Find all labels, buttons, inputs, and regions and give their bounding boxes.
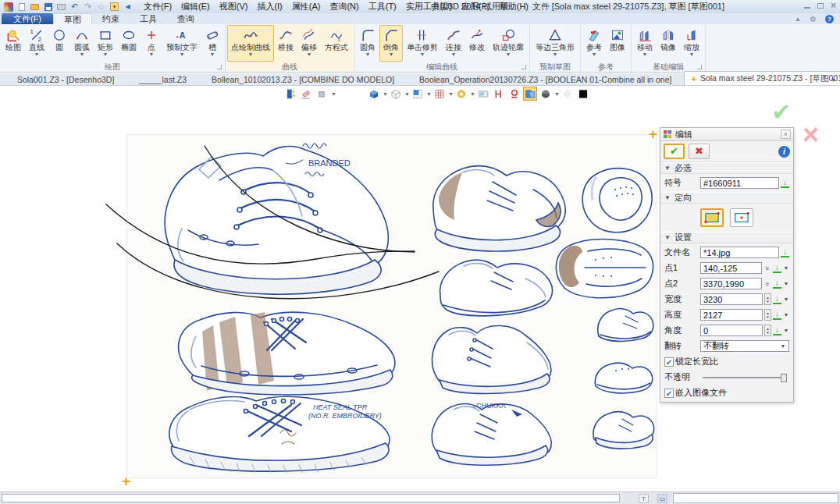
- section-orientation[interactable]: ▼ 定向: [660, 192, 793, 204]
- line-dropdown-caret-icon[interactable]: ▼: [34, 51, 40, 58]
- document-tab[interactable]: _____last.Z3: [126, 73, 199, 85]
- angle-input[interactable]: [700, 325, 763, 336]
- fillet-button[interactable]: 圆角▼: [356, 25, 379, 62]
- expand-chevron-icon[interactable]: »: [763, 280, 771, 288]
- height-input[interactable]: [700, 309, 763, 321]
- cancel-button[interactable]: ✖: [689, 144, 710, 159]
- dropdown-caret-icon[interactable]: ▼: [783, 328, 789, 333]
- ribbon-tab-工具[interactable]: 工具: [130, 13, 167, 24]
- lights-icon[interactable]: [561, 87, 575, 101]
- menu-item-工具T[interactable]: 工具(T): [364, 0, 401, 13]
- draw-button[interactable]: 绘图: [2, 25, 25, 62]
- rectangle-button[interactable]: 矩形▼: [94, 25, 117, 62]
- width-input[interactable]: [700, 293, 763, 305]
- dropdown-caret-icon[interactable]: ▼: [783, 281, 789, 286]
- offset-dropdown-caret-icon[interactable]: ▼: [307, 51, 312, 58]
- offset-button[interactable]: 偏移▼: [297, 25, 321, 62]
- point2-input[interactable]: [700, 278, 762, 289]
- ribbon-tab-查询[interactable]: 查询: [167, 13, 205, 24]
- minimize-icon[interactable]: [804, 2, 810, 9]
- menu-item-查询N[interactable]: 查询(N): [325, 0, 363, 13]
- document-tab[interactable]: Boolean_Operation20130726.Z3 - [BOOLEAN …: [407, 73, 684, 85]
- help-icon[interactable]: ?: [825, 15, 834, 23]
- pick-from-screen-icon[interactable]: ↓: [773, 263, 781, 273]
- lock-aspect-checkbox[interactable]: ✔: [664, 357, 674, 367]
- document-tab[interactable]: Sola001.Z3 - [Desenho3D]: [5, 73, 126, 85]
- connect-dropdown-caret-icon[interactable]: ▼: [451, 51, 457, 58]
- ribbon-tab-约束[interactable]: 约束: [92, 13, 130, 24]
- menu-item-编辑E[interactable]: 编辑(E): [176, 0, 215, 13]
- document-tab-active[interactable]: +Sola max steel 29-21075.Z3 - [草图001]×: [684, 71, 840, 85]
- reference-button[interactable]: 参考▼: [582, 25, 606, 62]
- regen-icon[interactable]: ◌: [96, 2, 106, 12]
- options-gear-icon[interactable]: ⚙: [810, 15, 817, 23]
- ready-text-dropdown-caret-icon[interactable]: ▼: [180, 51, 185, 58]
- ribbon-tab-草图[interactable]: 草图: [53, 13, 92, 24]
- track-profile-button[interactable]: 轨迹轮廓▼: [489, 25, 528, 62]
- edit-panel-close-icon[interactable]: ×: [781, 130, 791, 139]
- menu-item-插入I[interactable]: 插入(I): [252, 0, 287, 13]
- filename-input[interactable]: [700, 247, 779, 258]
- equation-button[interactable]: x方程式: [321, 25, 352, 62]
- dialog-launcher-icon[interactable]: [521, 65, 526, 69]
- menu-item-视图V[interactable]: 视图(V): [215, 0, 253, 13]
- ref-plane-h-icon[interactable]: [492, 87, 506, 101]
- ready-text-button[interactable]: A预制文字▼: [162, 25, 201, 62]
- embed-checkbox[interactable]: ✔: [664, 389, 674, 398]
- ellipse-button[interactable]: 椭圆: [117, 25, 141, 62]
- fillet-dropdown-caret-icon[interactable]: ▼: [365, 51, 371, 58]
- arc-dropdown-caret-icon[interactable]: ▼: [80, 51, 85, 58]
- menu-item-文件F[interactable]: 文件(F): [139, 0, 176, 13]
- mirror-button[interactable]: 镜像: [657, 25, 680, 62]
- viewport-icon[interactable]: [411, 87, 425, 101]
- ref-plane-o-icon[interactable]: [507, 87, 521, 101]
- shaded-display-icon-dropdown-caret[interactable]: ▼: [383, 91, 387, 97]
- circle-button[interactable]: 圆: [48, 25, 70, 62]
- click-trim-button[interactable]: 单击修剪▼: [403, 25, 442, 62]
- slot-dropdown-caret-icon[interactable]: ▼: [210, 51, 215, 58]
- pick-from-screen-icon[interactable]: ↓: [781, 178, 789, 188]
- cancel-overlay-icon[interactable]: ×: [803, 119, 819, 151]
- move-button[interactable]: 移动▼: [633, 25, 657, 62]
- rotate-view-icon[interactable]: [454, 87, 468, 101]
- point-curve-dropdown-caret-icon[interactable]: ▼: [248, 51, 254, 58]
- wireframe-display-icon-dropdown-caret[interactable]: ▼: [404, 91, 409, 97]
- prompt-input[interactable]: [2, 494, 620, 502]
- line-button[interactable]: 12直线▼: [25, 25, 48, 62]
- arc-button[interactable]: 圆弧▼: [70, 25, 94, 62]
- section-required[interactable]: ▼ 必选: [660, 162, 793, 174]
- eraser-icon[interactable]: [300, 87, 314, 101]
- pick-from-screen-icon[interactable]: ↓: [773, 325, 781, 335]
- qat-dropdown-icon[interactable]: ▾: [109, 2, 119, 12]
- close-icon[interactable]: ×: [831, 2, 836, 9]
- viewport-icon-dropdown-caret[interactable]: ▼: [426, 91, 431, 97]
- pick-from-screen-icon[interactable]: ↓: [773, 279, 781, 289]
- connect-button[interactable]: 连接▼: [442, 25, 465, 62]
- section-settings[interactable]: ▼ 设置: [660, 232, 793, 243]
- shaded-display-icon[interactable]: [367, 87, 381, 101]
- chamfer-button[interactable]: 倒角▼: [379, 25, 403, 62]
- pick-from-screen-icon[interactable]: ↓: [773, 294, 781, 304]
- back-icon[interactable]: ◀: [123, 2, 133, 12]
- shade-mode-icon[interactable]: [539, 87, 553, 101]
- pick-from-screen-icon[interactable]: ↓: [773, 310, 781, 320]
- dialog-launcher-icon[interactable]: [217, 65, 222, 69]
- pick-filter-icon-dropdown-caret[interactable]: ▼: [331, 91, 336, 97]
- orientation-center-button[interactable]: [730, 208, 753, 227]
- bridge-button[interactable]: 桥接: [274, 25, 297, 62]
- edit-panel-header[interactable]: 编辑 ×: [660, 128, 793, 141]
- pick-from-screen-icon[interactable]: ↓: [781, 247, 789, 257]
- grid-icon-dropdown-caret[interactable]: ▼: [448, 91, 453, 97]
- scale-button[interactable]: 缩放▼: [680, 25, 703, 62]
- ok-button[interactable]: ✔: [664, 144, 685, 159]
- info-button[interactable]: i: [778, 146, 790, 158]
- chamfer-dropdown-caret-icon[interactable]: ▼: [389, 51, 394, 58]
- point-dropdown-caret-icon[interactable]: ▼: [149, 51, 155, 58]
- rectangle-dropdown-caret-icon[interactable]: ▼: [103, 51, 109, 58]
- dropdown-caret-icon[interactable]: ▼: [783, 296, 789, 302]
- pick-filter-icon[interactable]: [315, 87, 329, 101]
- modify-button[interactable]: 修改: [465, 25, 489, 62]
- file-menu-button[interactable]: 文件(F): [2, 13, 53, 24]
- point-button[interactable]: 点▼: [141, 25, 162, 62]
- menu-item-属性A[interactable]: 属性(A): [287, 0, 326, 13]
